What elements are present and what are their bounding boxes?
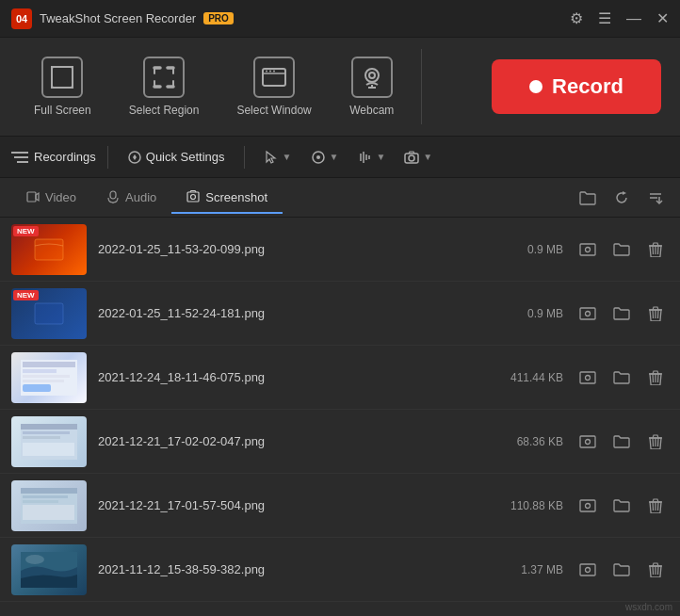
delete-btn[interactable]	[642, 557, 669, 583]
svg-point-81	[586, 503, 591, 508]
tab-audio[interactable]: Audio	[91, 183, 171, 214]
select-window-icon-wrap	[253, 57, 295, 98]
folder-file-icon	[613, 562, 630, 577]
svg-line-41	[653, 246, 654, 254]
svg-line-71	[653, 438, 654, 446]
full-screen-icon-wrap	[41, 57, 83, 98]
svg-rect-79	[23, 505, 74, 520]
preview-btn[interactable]	[575, 300, 601, 327]
file-size: 110.88 KB	[478, 499, 563, 512]
open-folder-file-btn[interactable]	[608, 557, 635, 583]
tab-screenshot[interactable]: Screenshot	[171, 183, 283, 214]
thumbnail	[11, 416, 87, 467]
open-folder-file-btn[interactable]	[608, 365, 635, 391]
nav-quick-settings[interactable]: Quick Settings	[120, 146, 233, 169]
thumb-image	[11, 416, 87, 467]
record-label: Record	[552, 74, 623, 99]
delete-btn[interactable]	[642, 236, 669, 263]
preview-btn[interactable]	[575, 236, 601, 263]
list-item: 2021-11-12_15-38-59-382.png 1.37 MB	[0, 538, 680, 602]
settings-icon[interactable]: ⚙	[570, 11, 583, 26]
preview-btn[interactable]	[575, 493, 601, 519]
open-folder-file-btn[interactable]	[608, 236, 635, 263]
toolbar-select-window[interactable]: Select Window	[221, 49, 326, 124]
delete-btn[interactable]	[642, 429, 669, 455]
list-item: 2021-12-24_18-11-46-075.png 411.44 KB	[0, 346, 680, 410]
svg-point-34	[191, 195, 196, 200]
open-folder-file-btn[interactable]	[608, 429, 635, 455]
svg-rect-67	[23, 436, 60, 439]
logo-text: 04	[16, 13, 27, 24]
preview-btn[interactable]	[575, 557, 601, 583]
thumb-graphic	[21, 360, 77, 396]
video-mode-icon	[311, 150, 326, 165]
select-window-label: Select Window	[236, 104, 311, 117]
nav-audio-btn[interactable]: ▼	[349, 146, 393, 169]
thumb-graphic	[21, 552, 77, 588]
select-region-label: Select Region	[129, 104, 200, 117]
svg-rect-30	[27, 192, 36, 202]
tab-video[interactable]: Video	[11, 183, 91, 214]
new-badge: NEW	[13, 226, 39, 236]
open-folder-file-btn[interactable]	[608, 300, 635, 327]
list-item: 2021-12-21_17-02-02-047.png 68.36 KB	[0, 410, 680, 474]
preview-btn[interactable]	[575, 365, 601, 391]
toolbar-webcam[interactable]: Webcam	[334, 49, 410, 124]
record-button[interactable]: Record	[492, 59, 661, 114]
tabs-actions	[575, 185, 669, 211]
tabs-bar: Video Audio Screenshot	[0, 178, 680, 218]
minimize-icon[interactable]: —	[626, 11, 641, 26]
thumbnail	[11, 544, 87, 595]
audio-mode-icon	[357, 150, 372, 165]
file-size: 411.44 KB	[478, 371, 563, 384]
svg-line-73	[658, 438, 659, 446]
delete-btn[interactable]	[642, 300, 669, 327]
menu-icon[interactable]: ☰	[598, 11, 611, 26]
open-folder-btn[interactable]	[575, 185, 601, 211]
thumb-graphic	[21, 424, 77, 460]
file-actions	[575, 429, 669, 455]
delete-icon	[649, 498, 662, 513]
preview-icon	[579, 563, 596, 576]
delete-btn[interactable]	[642, 365, 669, 391]
delete-icon	[649, 370, 662, 385]
svg-rect-38	[35, 239, 63, 260]
nav-video-btn[interactable]: ▼	[303, 146, 347, 169]
full-screen-icon	[49, 64, 75, 90]
toolbar-full-screen[interactable]: Full Screen	[19, 49, 106, 124]
svg-rect-65	[21, 424, 77, 430]
svg-rect-45	[35, 303, 63, 324]
file-name: 2021-12-24_18-11-46-075.png	[98, 370, 467, 384]
file-name: 2021-11-12_15-38-59-382.png	[98, 562, 467, 576]
tab-screenshot-label: Screenshot	[205, 190, 267, 204]
toolbar: Full Screen Select Region	[0, 38, 680, 137]
nav-camera-btn[interactable]: ▼	[397, 146, 440, 169]
delete-btn[interactable]	[642, 493, 669, 519]
folder-file-icon	[613, 434, 630, 449]
svg-line-90	[653, 566, 654, 575]
open-folder-file-btn[interactable]	[608, 493, 635, 519]
sort-btn[interactable]	[642, 185, 669, 211]
refresh-btn[interactable]	[608, 185, 635, 211]
webcam-icon-wrap	[351, 57, 393, 98]
svg-rect-5	[154, 67, 155, 74]
preview-btn[interactable]	[575, 429, 601, 455]
svg-rect-33	[187, 192, 199, 202]
thumbnail	[11, 480, 87, 531]
folder-file-icon	[613, 306, 630, 321]
close-icon[interactable]: ✕	[656, 11, 669, 26]
preview-icon	[579, 307, 596, 320]
screenshot-tab-icon	[186, 190, 200, 203]
svg-rect-78	[23, 500, 58, 503]
toolbar-select-region[interactable]: Select Region	[114, 49, 215, 124]
svg-point-11	[266, 71, 267, 73]
nav-recordings[interactable]: Recordings	[11, 150, 96, 164]
svg-rect-0	[52, 67, 73, 88]
svg-rect-58	[580, 372, 595, 383]
svg-line-62	[658, 374, 659, 382]
list-item: NEW 2022-01-25_11-52-24-181.png 0.9 MB	[0, 282, 680, 346]
svg-point-29	[409, 155, 414, 161]
svg-line-84	[658, 502, 659, 511]
toolbar-separator	[421, 49, 422, 124]
nav-cursor-btn[interactable]: ▼	[256, 146, 300, 169]
